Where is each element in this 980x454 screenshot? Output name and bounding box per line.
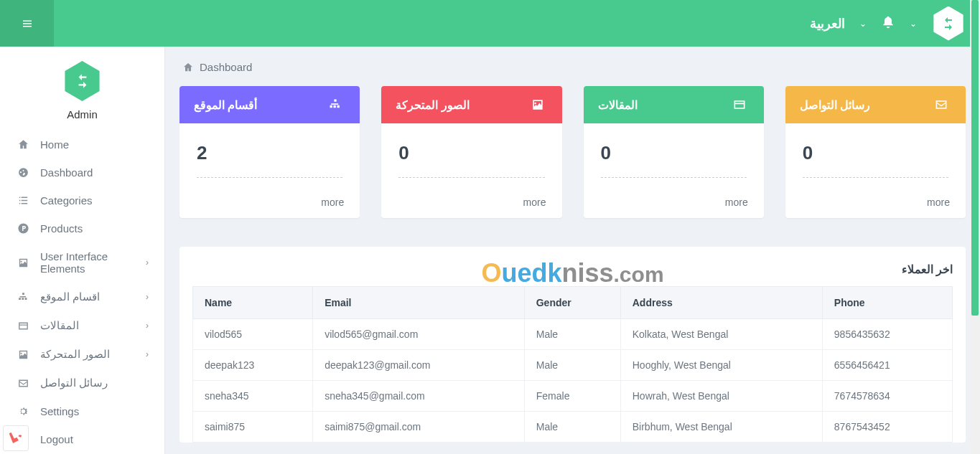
table-cell: saimi875 <box>193 412 313 443</box>
customers-panel: اخر العملاء NameEmailGenderAddressPhone … <box>179 247 966 443</box>
card-title: الصور المتحركة <box>396 98 469 112</box>
table-cell: Kolkata, West Bengal <box>620 319 822 350</box>
user-chevron-icon[interactable]: ⌄ <box>910 19 917 29</box>
sidebar-item-label: Products <box>40 222 149 235</box>
card-icon <box>729 98 750 112</box>
brand-logo-button[interactable] <box>931 6 966 41</box>
table-cell: 9856435632 <box>822 319 952 350</box>
table-cell: Male <box>524 350 620 381</box>
column-header: Name <box>193 287 313 319</box>
scrollbar[interactable] <box>970 0 980 454</box>
table-cell: Male <box>524 412 620 443</box>
envelope-icon <box>931 98 951 112</box>
sidebar-item-4[interactable]: User Interface Elements› <box>0 242 164 283</box>
card-more-link[interactable]: more <box>785 188 966 218</box>
dashboard-icon <box>16 166 30 179</box>
sidebar-item-3[interactable]: Products <box>0 214 164 242</box>
info-card-0: أقسام الموقع2more <box>179 86 360 218</box>
sidebar-item-label: المقالات <box>40 319 146 332</box>
chevron-right-icon: › <box>146 257 149 268</box>
table-cell: sneha345@gmail.com <box>313 381 525 412</box>
list-icon <box>16 194 30 207</box>
sidebar-item-label: Logout <box>40 433 149 445</box>
table-row: vilod565vilod565@gmail.comMaleKolkata, W… <box>193 319 953 350</box>
topbar: العربية ⌄ ⌄ <box>0 0 980 47</box>
sidebar-item-9[interactable]: Settings <box>0 397 164 425</box>
gears-icon <box>16 405 30 417</box>
card-header: أقسام الموقع <box>179 86 360 123</box>
sidebar: Admin HomeDashboardCategoriesProductsUse… <box>0 47 165 454</box>
sitemap-icon <box>325 98 345 112</box>
table-cell: Hooghly, West Bengal <box>620 350 822 381</box>
sidebar-item-1[interactable]: Dashboard <box>0 159 164 186</box>
table-row: sneha345sneha345@gmail.comFemaleHowrah, … <box>193 381 953 412</box>
sidebar-item-0[interactable]: Home <box>0 131 164 159</box>
circle-p-icon <box>16 222 30 235</box>
table-cell: saimi875@gmail.com <box>313 412 525 443</box>
sidebar-item-label: Dashboard <box>40 166 149 179</box>
card-header: رسائل التواصل <box>785 86 966 123</box>
table-cell: sneha345 <box>193 381 313 412</box>
breadcrumb-label: Dashboard <box>200 61 252 73</box>
sidebar-item-label: Home <box>40 138 149 151</box>
language-label[interactable]: العربية <box>810 16 845 32</box>
table-cell: Birbhum, West Bengal <box>620 412 822 443</box>
breadcrumb: Dashboard <box>179 47 966 86</box>
image-icon <box>16 257 30 269</box>
table-title: اخر العملاء <box>192 260 953 286</box>
sidebar-item-label: User Interface Elements <box>40 250 146 275</box>
info-card-3: رسائل التواصل0more <box>785 86 966 218</box>
chevron-right-icon: › <box>146 349 149 359</box>
card-title: المقالات <box>598 98 638 112</box>
table-cell: Male <box>524 319 620 350</box>
sidebar-item-label: اقسام الموقع <box>40 290 146 303</box>
column-header: Email <box>313 287 525 319</box>
table-cell: vilod565@gmail.com <box>313 319 525 350</box>
notifications-button[interactable] <box>881 15 895 32</box>
table-cell: vilod565 <box>193 319 313 350</box>
table-cell: deepak123@gmail.com <box>313 350 525 381</box>
sidebar-item-2[interactable]: Categories <box>0 186 164 214</box>
table-cell: 7674578634 <box>822 381 952 412</box>
card-more-link[interactable]: more <box>381 188 561 218</box>
card-title: أقسام الموقع <box>194 98 257 112</box>
customers-table: NameEmailGenderAddressPhone vilod565vilo… <box>192 286 953 443</box>
menu-toggle-button[interactable] <box>0 0 54 47</box>
sidebar-logo-icon <box>62 61 103 101</box>
card-value: 2 <box>197 142 342 178</box>
table-cell: 6556456421 <box>822 350 952 381</box>
laravel-badge-icon[interactable] <box>3 425 29 451</box>
table-cell: Female <box>524 381 620 412</box>
image-icon <box>16 349 30 361</box>
language-chevron-icon[interactable]: ⌄ <box>859 19 867 29</box>
card-icon <box>16 320 30 332</box>
column-header: Address <box>620 287 822 319</box>
table-row: saimi875saimi875@gmail.comMaleBirbhum, W… <box>193 412 953 443</box>
sitemap-icon <box>16 291 30 303</box>
home-icon <box>16 138 30 151</box>
column-header: Phone <box>822 287 952 319</box>
info-card-2: المقالات0more <box>584 86 764 218</box>
card-value: 0 <box>398 142 544 178</box>
sidebar-item-5[interactable]: اقسام الموقع› <box>0 283 164 311</box>
scrollbar-thumb[interactable] <box>971 0 979 316</box>
chevron-right-icon: › <box>146 321 149 331</box>
content-area: Dashboard أقسام الموقع2moreالصور المتحرك… <box>165 47 980 454</box>
sidebar-item-6[interactable]: المقالات› <box>0 311 164 340</box>
card-value: 0 <box>803 142 948 178</box>
card-more-link[interactable]: more <box>179 188 360 218</box>
table-cell: Howrah, West Bengal <box>620 381 822 412</box>
info-card-1: الصور المتحركة0more <box>381 86 561 218</box>
sidebar-item-7[interactable]: الصور المتحركة› <box>0 340 164 369</box>
sidebar-item-label: رسائل التواصل <box>40 377 149 389</box>
image-icon <box>528 98 548 112</box>
home-icon <box>182 62 194 73</box>
sidebar-item-label: Categories <box>40 194 149 207</box>
envelope-icon <box>16 377 30 389</box>
card-more-link[interactable]: more <box>584 188 764 218</box>
sidebar-item-8[interactable]: رسائل التواصل <box>0 369 164 397</box>
card-header: المقالات <box>584 86 764 123</box>
sidebar-item-label: الصور المتحركة <box>40 348 146 361</box>
column-header: Gender <box>524 287 620 319</box>
table-cell: 8767543452 <box>822 412 952 443</box>
